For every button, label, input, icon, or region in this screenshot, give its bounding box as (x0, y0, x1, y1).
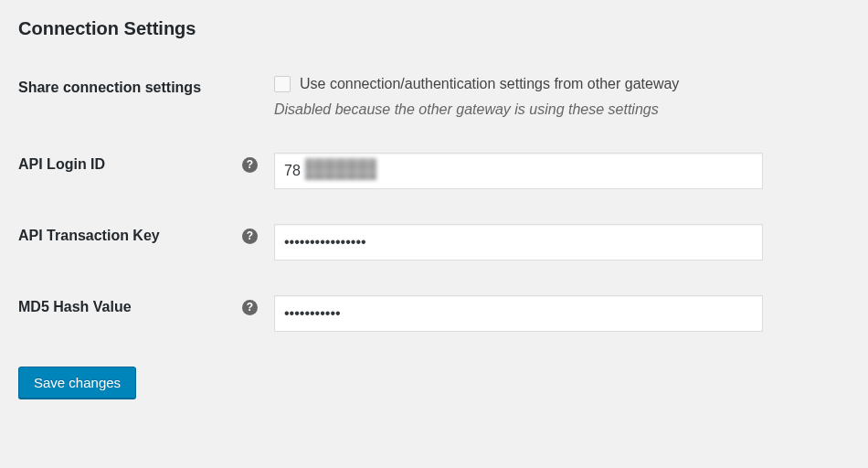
md5-hash-label: MD5 Hash Value (18, 299, 132, 315)
api-txn-key-row: API Transaction Key ? (18, 224, 850, 261)
share-settings-row: Share connection settings Use connection… (18, 76, 850, 118)
api-txn-key-input[interactable] (274, 224, 763, 261)
help-icon[interactable]: ? (242, 229, 258, 244)
api-txn-key-label: API Transaction Key (18, 228, 160, 244)
api-login-input[interactable] (274, 153, 763, 189)
api-login-row: API Login ID ? (18, 153, 850, 189)
md5-hash-row: MD5 Hash Value ? (18, 295, 850, 332)
help-icon[interactable]: ? (242, 300, 258, 315)
md5-hash-input[interactable] (274, 295, 763, 332)
share-settings-label: Share connection settings (18, 80, 201, 96)
api-login-label: API Login ID (18, 156, 105, 173)
share-settings-hint: Disabled because the other gateway is us… (274, 101, 763, 118)
save-button[interactable]: Save changes (18, 367, 136, 399)
share-settings-checkbox-label: Use connection/authentication settings f… (300, 76, 679, 92)
section-title: Connection Settings (18, 18, 850, 39)
share-settings-checkbox[interactable] (274, 76, 291, 92)
help-icon[interactable]: ? (242, 157, 258, 173)
